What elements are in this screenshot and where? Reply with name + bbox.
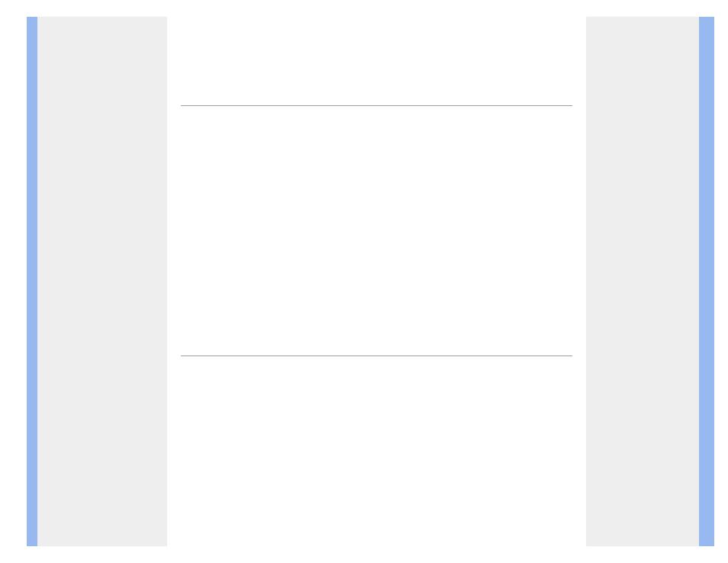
right-accent-bar xyxy=(699,17,714,546)
divider-bottom xyxy=(181,355,572,356)
page-container xyxy=(27,17,714,546)
left-sidebar xyxy=(37,17,167,546)
left-accent-bar xyxy=(27,17,37,546)
right-sidebar xyxy=(586,17,699,546)
main-content xyxy=(167,17,586,546)
divider-top xyxy=(181,105,572,106)
